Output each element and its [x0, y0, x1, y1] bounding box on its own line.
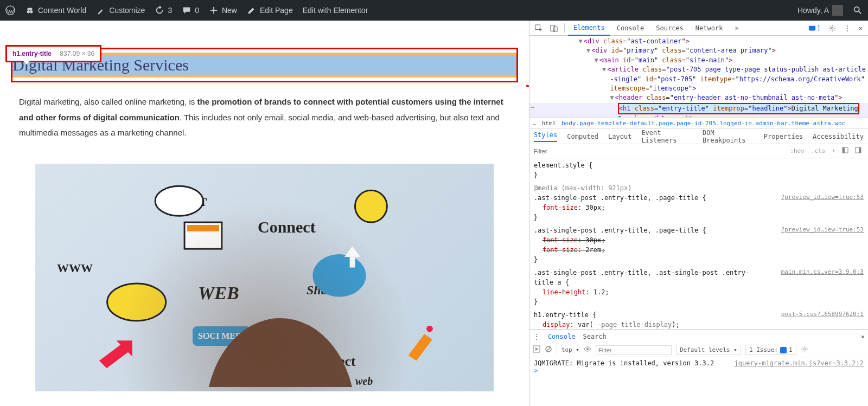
tab-network[interactable]: Network	[690, 21, 729, 35]
comments-link[interactable]: 0	[182, 5, 199, 15]
console-controls: top ▾ Default levels ▾ 1 Issue: 1	[529, 343, 868, 357]
svg-point-29	[803, 348, 806, 350]
sidebar-toggle-icon[interactable]	[852, 147, 865, 155]
breadcrumb[interactable]: … html body.page-template-default.page.p…	[529, 117, 868, 129]
clear-console-icon[interactable]	[545, 345, 552, 355]
tooltip-dimensions: 837.09 × 36	[60, 50, 94, 57]
cls-toggle[interactable]: .cls	[808, 147, 829, 154]
drawer-menu-icon[interactable]: ⋮	[533, 333, 540, 340]
tab-computed[interactable]: Computed	[567, 133, 598, 140]
console-sidebar-icon[interactable]	[533, 345, 540, 355]
console-prompt[interactable]: >	[534, 367, 538, 375]
hov-toggle[interactable]: :hov	[787, 147, 808, 154]
svg-point-6	[107, 283, 166, 321]
svg-point-2	[30, 10, 33, 13]
rule-source-link[interactable]: ?preview_id…iew=true:53	[781, 193, 864, 202]
page-preview: h1.entry-title 837.09 × 36 Digital Marke…	[0, 21, 529, 406]
avatar	[832, 5, 843, 16]
context-selector[interactable]: top ▾	[561, 346, 579, 353]
inspect-icon[interactable]	[532, 22, 546, 34]
edit-page-link[interactable]: Edit Page	[247, 5, 293, 15]
tab-console[interactable]: Console	[611, 21, 650, 35]
svg-line-13	[526, 86, 529, 107]
rule-source-link[interactable]: main.min.cs…ver=3.9.0:3	[781, 268, 864, 277]
console-output[interactable]: JQMIGRATE: Migrate is installed, version…	[529, 357, 868, 406]
svg-rect-22	[859, 147, 861, 153]
updates-link[interactable]: 3	[155, 5, 172, 15]
drawer-tab-console[interactable]: Console	[548, 333, 576, 340]
hero-image: CHAT Connect WWW WEB Share nnect web SOC…	[35, 164, 494, 391]
tooltip-selector: h1.entry-title	[12, 50, 52, 57]
dom-selected-h1[interactable]: <h1 class="entry-title" itemprop="headli…	[618, 103, 859, 114]
svg-point-4	[854, 7, 859, 12]
gear-icon[interactable]	[825, 22, 839, 34]
tab-elements[interactable]: Elements	[568, 21, 610, 36]
tab-properties[interactable]: Properties	[764, 133, 803, 140]
new-link[interactable]: New	[209, 5, 237, 15]
tab-more[interactable]: »	[729, 21, 744, 35]
tab-styles[interactable]: Styles	[534, 131, 557, 142]
computed-toggle-icon[interactable]	[839, 147, 852, 155]
wp-admin-bar: Content World Customize 3 0 New Edit Pag…	[0, 0, 868, 21]
inspect-tooltip: h1.entry-title 837.09 × 36	[5, 45, 101, 62]
tab-sources[interactable]: Sources	[650, 21, 689, 35]
svg-rect-17	[808, 25, 815, 30]
rule-source-link[interactable]: post-5.css?…658997620:1	[781, 310, 864, 319]
devtools-panel: Elements Console Sources Network » 1 ⋮ ✕…	[529, 21, 868, 406]
styles-tabs: Styles Computed Layout Event Listeners D…	[529, 129, 868, 144]
svg-point-8	[355, 190, 387, 222]
console-message: JQMIGRATE: Migrate is installed, version…	[534, 359, 714, 367]
tab-listeners[interactable]: Event Listeners	[641, 129, 693, 144]
new-rule-icon[interactable]: +	[828, 147, 839, 154]
edit-elementor-link[interactable]: Edit with Elementor	[303, 6, 368, 15]
rule-source-link[interactable]: ?preview_id…iew=true:53	[781, 225, 864, 235]
device-toggle-icon[interactable]	[547, 22, 561, 34]
svg-rect-15	[551, 25, 555, 31]
tab-accessibility[interactable]: Accessibility	[813, 133, 864, 140]
dom-tree[interactable]: ▼<div class="ast-container"> ▼<div id="p…	[529, 36, 868, 117]
styles-filter-input[interactable]	[533, 147, 787, 156]
svg-point-18	[831, 27, 833, 29]
svg-rect-10	[187, 224, 219, 231]
eye-icon[interactable]	[584, 345, 591, 355]
svg-line-25	[546, 347, 551, 351]
wp-logo[interactable]	[5, 5, 15, 15]
styles-rules[interactable]: element.style { } @media (max-width: 921…	[529, 158, 868, 329]
issues-badge[interactable]: 1	[805, 22, 824, 34]
kebab-icon[interactable]: ⋮	[840, 22, 854, 34]
doodle-layer	[35, 164, 494, 388]
customize-link[interactable]: Customize	[96, 5, 145, 15]
svg-point-1	[27, 10, 30, 13]
svg-rect-3	[28, 8, 33, 11]
console-gear-icon[interactable]	[801, 345, 808, 355]
console-filter-input[interactable]	[596, 345, 672, 355]
close-icon[interactable]: ✕	[856, 22, 866, 34]
console-drawer-tabs: ⋮ Console Search ✕	[529, 329, 868, 343]
svg-marker-7	[344, 246, 360, 267]
styles-filter-bar: :hov .cls +	[529, 144, 868, 158]
console-issues-button[interactable]: 1 Issue: 1	[745, 345, 796, 355]
search-icon[interactable]	[853, 5, 863, 15]
tab-dom-breakpoints[interactable]: DOM Breakpoints	[703, 129, 754, 144]
svg-rect-28	[780, 347, 787, 353]
svg-rect-9	[184, 222, 222, 249]
drawer-tab-search[interactable]: Search	[583, 333, 606, 340]
drawer-close-icon[interactable]: ✕	[861, 333, 865, 340]
svg-point-27	[586, 348, 589, 350]
svg-point-12	[206, 318, 355, 387]
site-name-label: Content World	[38, 6, 86, 15]
svg-rect-20	[843, 147, 845, 153]
annotation-arrow	[526, 75, 529, 113]
page-paragraph: Digital marketing, also called online ma…	[0, 82, 529, 153]
console-source-link[interactable]: jquery-migrate.min.js?ver=3.3.2:2	[735, 359, 864, 367]
tab-layout[interactable]: Layout	[608, 133, 631, 140]
log-levels-selector[interactable]: Default levels ▾	[676, 345, 741, 355]
site-name-link[interactable]: Content World	[25, 5, 86, 15]
howdy-link[interactable]: Howdy, A	[797, 5, 843, 16]
svg-point-5	[155, 186, 203, 216]
svg-point-11	[426, 325, 433, 332]
devtools-toolbar: Elements Console Sources Network » 1 ⋮ ✕	[529, 21, 868, 36]
